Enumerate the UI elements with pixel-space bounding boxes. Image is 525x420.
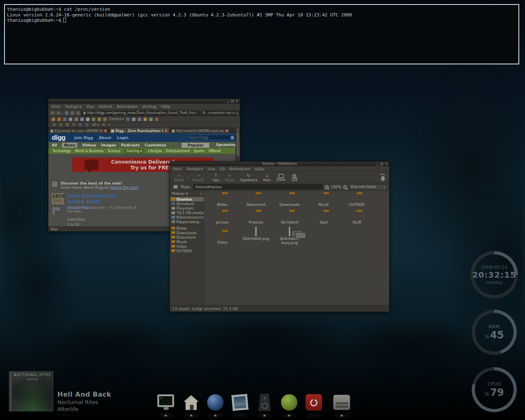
maximize-icon[interactable]	[231, 100, 234, 103]
file-skarmbild-busy[interactable]: Skärmbild-busy.png	[273, 228, 306, 245]
refresh-button[interactable]: ↻Uppdatera	[238, 173, 259, 182]
places-header[interactable]: Platser▾ ×	[170, 191, 204, 197]
digg-nav-news[interactable]: News	[62, 143, 77, 148]
bookmark-icon[interactable]	[126, 118, 130, 121]
search-engine-icon[interactable]: G	[203, 111, 205, 115]
menu-verktyg[interactable]: Verktyg	[142, 105, 156, 109]
digg-cat-sports[interactable]: Sports	[194, 149, 205, 153]
file-skrivbord[interactable]: ×Skrivbord	[273, 211, 306, 224]
file-spel[interactable]: Spel	[307, 211, 340, 224]
digg-nav-videos[interactable]: Videos	[82, 143, 96, 147]
forward-button[interactable]: →Framåt	[190, 173, 206, 182]
sidebar-item-dokument[interactable]: Dokument	[170, 235, 204, 240]
file-stuff[interactable]: Stuff	[340, 211, 374, 224]
addon-caret-icon[interactable]: ▾	[109, 123, 110, 127]
bookmark-icon[interactable]	[149, 118, 153, 121]
zoom-out-icon[interactable]	[325, 185, 329, 189]
url-dropdown-icon[interactable]: ▾	[197, 112, 198, 114]
search-icon[interactable]	[235, 112, 238, 114]
digg-search-icon[interactable]	[231, 136, 234, 139]
addon-icon[interactable]	[66, 123, 69, 126]
clock-widget[interactable]: 2008-05-14 20:32:15 onsdag	[470, 251, 518, 299]
bookmark-icon[interactable]	[98, 118, 101, 121]
sidebar-item-skrivbord[interactable]: Skrivbord	[170, 201, 204, 206]
digg-cat-entertainment[interactable]: Entertainment	[166, 149, 190, 153]
addon-icon[interactable]	[52, 123, 56, 126]
digg-nav-podcasts[interactable]: Podcasts	[121, 143, 140, 147]
file-video[interactable]: Video	[205, 231, 239, 244]
file-picross[interactable]: picross	[205, 211, 239, 224]
up-button[interactable]: ↑Upp	[210, 173, 221, 182]
file-dokument[interactable]: Dokument	[239, 194, 273, 207]
back-caret-icon[interactable]: ▾	[187, 176, 189, 179]
menu-hjalp[interactable]: Hjälp	[255, 167, 264, 171]
menu-bokmarken[interactable]: Bokmärken	[117, 105, 138, 109]
digg-cat-world[interactable]: World & Business	[75, 149, 104, 153]
dock-mail[interactable]	[231, 393, 249, 412]
bookmark-folder-comics[interactable]: Comics ▾	[109, 117, 124, 121]
zoom-in-icon[interactable]	[343, 185, 347, 189]
close-icon[interactable]: ×	[235, 100, 239, 103]
scroll-up-icon[interactable]: ▴	[236, 128, 240, 131]
digg-cat-lifestyle[interactable]: Lifestyle	[148, 149, 162, 153]
bookmark-icon[interactable]	[63, 118, 66, 121]
file-musik[interactable]: Musik	[307, 194, 340, 207]
digg-login-link[interactable]: Login	[117, 136, 128, 140]
bookmark-icon[interactable]	[86, 118, 89, 121]
reload-icon[interactable]: ↻	[64, 111, 69, 115]
bookmark-icon[interactable]	[75, 118, 78, 121]
firefox-titlebar[interactable]: ×	[48, 99, 240, 104]
stop-icon[interactable]: ×	[70, 111, 75, 115]
menu-hjalp[interactable]: Hjälp	[161, 105, 171, 109]
addon-icon[interactable]	[85, 123, 89, 126]
bookmark-icon[interactable]	[80, 118, 84, 121]
location-toggle-icon[interactable]	[172, 184, 179, 189]
digg-about-link[interactable]: About	[99, 136, 111, 140]
menu-redigera[interactable]: Redigera	[187, 167, 203, 171]
menu-arkiv[interactable]: Arkiv	[51, 105, 61, 109]
sidebar-item-outbox[interactable]: OUTBOX	[170, 249, 204, 253]
menu-visa[interactable]: Visa	[86, 105, 94, 109]
digg-cat-technology[interactable]: Technology	[52, 149, 71, 153]
file-outbox[interactable]: OUTBOX	[340, 194, 374, 207]
file-view[interactable]: Bilder Dokument Downloads Musik OUTBOX p…	[204, 191, 389, 305]
digg-cat-science[interactable]: Science	[107, 149, 120, 153]
digg-cat-offbeat[interactable]: Offbeat	[208, 149, 221, 153]
sidebar-item-video[interactable]: Video	[170, 244, 204, 249]
bookmark-icon[interactable]	[103, 118, 107, 121]
sidebar-item-natverksservrar[interactable]: Nätverksservrar	[170, 215, 204, 219]
search-bar[interactable]: G ▾	[201, 111, 240, 116]
digg-nav-customize[interactable]: Customize	[145, 143, 167, 147]
dock-terminal[interactable]	[156, 393, 175, 412]
forward-icon[interactable]: →	[56, 111, 61, 115]
digg-search-input[interactable]	[188, 136, 231, 139]
bookmark-icon[interactable]	[52, 118, 55, 121]
digg-it-button[interactable]: digg it	[52, 207, 59, 214]
web-search-input[interactable]	[208, 111, 235, 115]
menu-redigera[interactable]: Redigera	[65, 105, 82, 109]
sidebar-item-musik[interactable]: Musik	[170, 240, 204, 244]
dock-home[interactable]	[182, 393, 201, 412]
file-downloads[interactable]: Downloads	[273, 194, 306, 207]
sidebar-item-media[interactable]: 79,5 GB-media	[170, 210, 204, 215]
forward-caret-icon[interactable]: ▾	[208, 176, 209, 179]
minimize-icon[interactable]	[376, 162, 379, 166]
home-button[interactable]: ⌂Hem	[261, 173, 273, 182]
back-icon[interactable]: ←	[50, 111, 55, 115]
bookmark-icon[interactable]	[57, 118, 61, 121]
tab-close-icon[interactable]: ×	[225, 129, 228, 132]
back-button[interactable]: ←Bakåt	[172, 173, 186, 182]
tab-add-content[interactable]: Add content GNOME-Look.org ×	[170, 128, 231, 133]
bookmark-icon[interactable]	[144, 118, 147, 121]
addon-icon[interactable]	[59, 123, 62, 126]
sidebar-close-icon[interactable]: ×	[199, 192, 202, 196]
sidebar-item-downloads[interactable]: Downloads	[170, 231, 204, 235]
digg-nav-popular[interactable]: Popular	[182, 143, 209, 148]
ram-widget[interactable]: RAM %45	[472, 310, 517, 355]
file-projects[interactable]: Projects	[239, 211, 273, 224]
digg-search-box[interactable]	[187, 135, 236, 140]
menu-historik[interactable]: Historik	[98, 105, 112, 109]
url-bar[interactable]: ▾	[82, 111, 200, 116]
scrollbar-thumb[interactable]	[236, 132, 239, 156]
digg-nav-images[interactable]: Images	[101, 143, 116, 147]
